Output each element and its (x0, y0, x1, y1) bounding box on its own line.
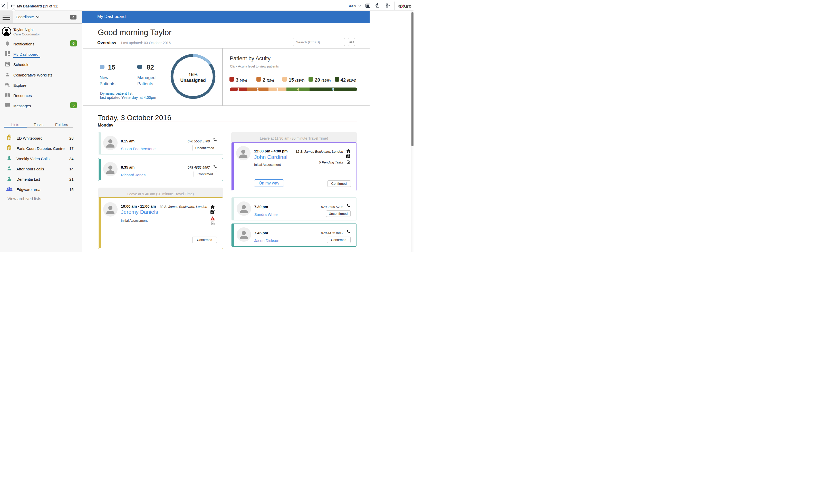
svg-text:15%: 15% (188, 72, 197, 77)
svg-text:Unassigned: Unassigned (180, 78, 206, 83)
